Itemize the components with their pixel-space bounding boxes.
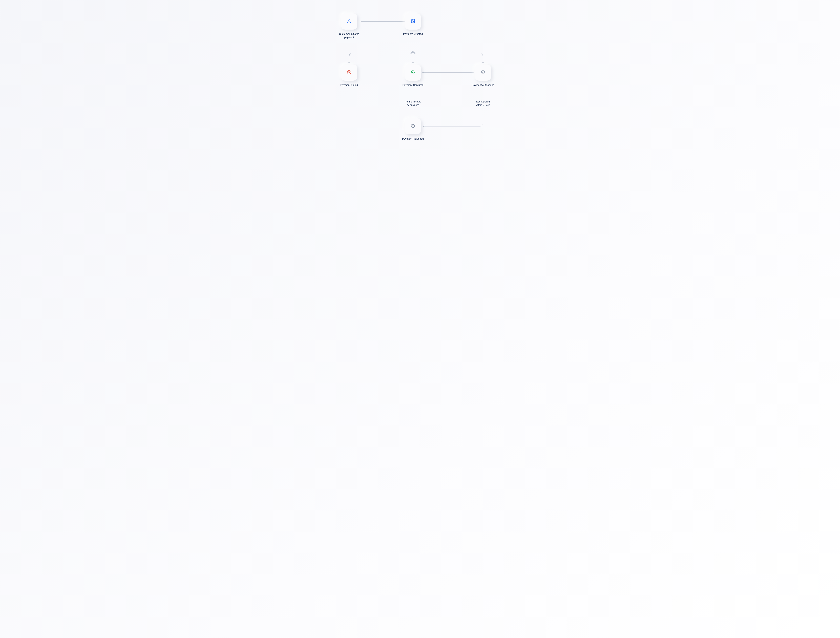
shield-check-icon — [481, 70, 485, 75]
label-customer-initiates: Customer initiates payment — [332, 32, 366, 39]
check-circle-icon — [411, 70, 415, 75]
label-payment-refunded: Payment Refunded — [396, 137, 430, 141]
label-payment-failed: Payment Failed — [332, 83, 366, 87]
label-payment-created: Payment Created — [396, 32, 430, 36]
caption-not-captured: Not captured within 5 Days — [468, 100, 498, 107]
node-payment-created — [405, 13, 421, 30]
caption-refund-initiated: Refund initiated by business — [398, 100, 428, 107]
svg-point-5 — [348, 20, 350, 21]
node-payment-captured — [405, 65, 421, 81]
payment-states-diagram: Customer initiates payment Payment Creat… — [311, 0, 529, 160]
label-payment-captured: Payment Captured — [396, 83, 430, 87]
node-payment-authorised — [475, 65, 491, 81]
user-icon — [347, 19, 352, 24]
x-circle-icon — [347, 70, 351, 75]
svg-text:₹: ₹ — [412, 125, 414, 127]
edit-icon — [411, 19, 415, 24]
node-payment-failed — [341, 65, 357, 81]
node-customer-initiates — [341, 13, 357, 30]
label-payment-authorised: Payment Authorised — [466, 83, 500, 87]
refund-icon: ₹ — [411, 124, 415, 129]
node-payment-refunded: ₹ — [405, 118, 421, 134]
